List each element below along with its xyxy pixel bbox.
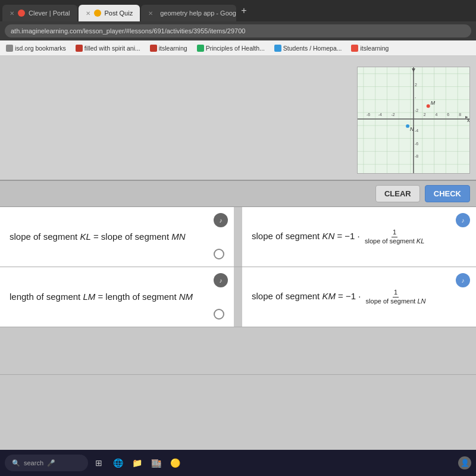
fraction-1: 1 slope of segment KL (364, 228, 425, 245)
bookmark-students[interactable]: Students / Homepa... (272, 43, 345, 53)
new-tab-button[interactable]: + (237, 5, 250, 16)
svg-text:-: - (415, 95, 416, 99)
bookmark-principles[interactable]: Principles of Health... (195, 43, 267, 53)
tab-quiz-label: Post Quiz (105, 10, 133, 17)
bm-its1-icon (150, 45, 157, 52)
empty-row (0, 327, 476, 375)
bookmark-its1[interactable]: itslearning (148, 43, 190, 53)
mic-icon: 🎤 (47, 459, 55, 467)
svg-text:-4: -4 (378, 112, 382, 117)
answer-left-2: ♪ length of segment LM = length of segme… (0, 267, 237, 327)
search-icon: 🔍 (12, 459, 20, 467)
radio-1-left (214, 249, 224, 259)
svg-text:-6: -6 (367, 112, 370, 117)
bm-principles-label: Principles of Health... (206, 45, 265, 52)
audio-button-1[interactable]: ♪ (214, 213, 228, 227)
fraction-den-2: slope of segment LN (365, 298, 427, 305)
radio-circle-1[interactable] (214, 249, 224, 259)
answer-text-left-1: slope of segment KL = slope of segment M… (10, 230, 186, 244)
bookmarks-bar: isd.org bookmarks filled with spirit ani… (0, 40, 476, 56)
bm-spirit-icon (76, 45, 83, 52)
audio-button-right-1[interactable]: ♪ (456, 213, 470, 227)
svg-text:2: 2 (424, 112, 426, 117)
answer-left-1: ♪ slope of segment KL = slope of segment… (0, 207, 237, 267)
bm-students-icon (274, 45, 281, 52)
fraction-den-1: slope of segment KL (364, 237, 425, 245)
answer-right-2: ♪ slope of segment KM = −1 · 1 slope of … (242, 267, 476, 327)
svg-text:6: 6 (447, 112, 449, 117)
chrome-icon[interactable]: 🟡 (167, 455, 183, 471)
tab-close-geo[interactable]: ✕ (148, 10, 153, 17)
radio-2-left (214, 309, 224, 320)
bm-principles-icon (197, 45, 204, 52)
bm-students-label: Students / Homepa... (283, 45, 342, 52)
answer-row-1: ♪ slope of segment KL = slope of segment… (0, 207, 476, 267)
tab-clever-label: Clever | Portal (29, 10, 70, 17)
answer-text-right-2: slope of segment KM = −1 · 1 slope of se… (252, 289, 428, 305)
audio-button-right-2[interactable]: ♪ (456, 273, 470, 287)
fraction-num-1: 1 (392, 228, 397, 237)
answer-text-left-2: length of segment LM = length of segment… (10, 290, 193, 304)
svg-text:4: 4 (436, 112, 438, 117)
quiz-icon (94, 10, 101, 17)
clever-icon (18, 10, 25, 17)
row-divider-1 (237, 207, 242, 267)
tab-quiz[interactable]: ✕ Post Quiz (79, 5, 140, 21)
top-section: x -6 -4 -2 2 4 6 8 2 - -2 -4 -6 -8 (0, 56, 476, 181)
row-divider-2 (237, 267, 242, 327)
user-icon[interactable]: 👤 (458, 456, 471, 469)
button-bar: CLEAR CHECK (0, 181, 476, 207)
svg-text:-2: -2 (415, 108, 418, 112)
bm-its2-label: itslearning (360, 45, 389, 52)
svg-text:M: M (431, 100, 436, 106)
tab-bar: ✕ Clever | Portal ✕ Post Quiz ✕ geometry… (0, 0, 476, 21)
address-input[interactable] (5, 24, 471, 37)
bookmark-its2[interactable]: itslearning (349, 43, 391, 53)
page-content: x -6 -4 -2 2 4 6 8 2 - -2 -4 -6 -8 (0, 56, 476, 476)
svg-text:8: 8 (459, 112, 461, 117)
tab-geometry-label: geometry help app - Google Sea... (160, 10, 236, 17)
svg-text:-6: -6 (415, 142, 418, 146)
browser-frame: ✕ Clever | Portal ✕ Post Quiz ✕ geometry… (0, 0, 476, 476)
clear-button[interactable]: CLEAR (375, 185, 420, 202)
graph-container: x -6 -4 -2 2 4 6 8 2 - -2 -4 -6 -8 (357, 67, 470, 174)
bm-spirit-label: filled with spirit ani... (84, 45, 140, 52)
tab-geometry[interactable]: ✕ geometry help app - Google Sea... (141, 5, 236, 21)
check-button[interactable]: CHECK (425, 185, 470, 202)
svg-text:2: 2 (415, 83, 417, 87)
bookmark-isd[interactable]: isd.org bookmarks (4, 43, 68, 53)
answer-right-1: ♪ slope of segment KN = −1 · 1 slope of … (242, 207, 476, 267)
svg-text:-2: -2 (391, 112, 394, 117)
tab-clever[interactable]: ✕ Clever | Portal (2, 5, 77, 21)
audio-button-2[interactable]: ♪ (214, 273, 228, 287)
fraction-2: 1 slope of segment LN (365, 289, 427, 305)
bm-its2-icon (351, 45, 358, 52)
svg-text:-4: -4 (415, 129, 418, 133)
svg-point-36 (406, 124, 409, 128)
taskbar: 🔍 search 🎤 ⊞ 🌐 📁 🏬 🟡 👤 (0, 450, 476, 476)
tab-close-quiz[interactable]: ✕ (86, 10, 90, 17)
answers-area: ♪ slope of segment KL = slope of segment… (0, 207, 476, 450)
radio-circle-2[interactable] (214, 309, 224, 320)
search-area[interactable]: 🔍 search 🎤 (5, 455, 88, 471)
search-text: search (24, 459, 43, 466)
bm-isd-icon (6, 45, 13, 52)
svg-text:x: x (467, 117, 469, 123)
answer-text-right-1: slope of segment KN = −1 · 1 slope of se… (252, 228, 427, 245)
edge-icon[interactable]: 🌐 (109, 455, 126, 471)
svg-point-34 (427, 104, 430, 108)
fraction-num-2: 1 (393, 289, 399, 297)
taskview-icon[interactable]: ⊞ (90, 455, 107, 471)
svg-text:N: N (410, 126, 414, 132)
tab-close-clever[interactable]: ✕ (10, 10, 14, 17)
windows-store-icon[interactable]: 🏬 (148, 455, 164, 471)
file-explorer-icon[interactable]: 📁 (129, 455, 145, 471)
address-bar (0, 21, 476, 40)
bm-its1-label: itslearning (159, 45, 187, 52)
svg-text:-8: -8 (415, 154, 418, 158)
bm-isd-label: isd.org bookmarks (15, 45, 66, 52)
bookmark-spirit[interactable]: filled with spirit ani... (73, 43, 143, 53)
coordinate-graph: x -6 -4 -2 2 4 6 8 2 - -2 -4 -6 -8 (358, 67, 469, 173)
answer-row-2: ♪ length of segment LM = length of segme… (0, 267, 476, 327)
